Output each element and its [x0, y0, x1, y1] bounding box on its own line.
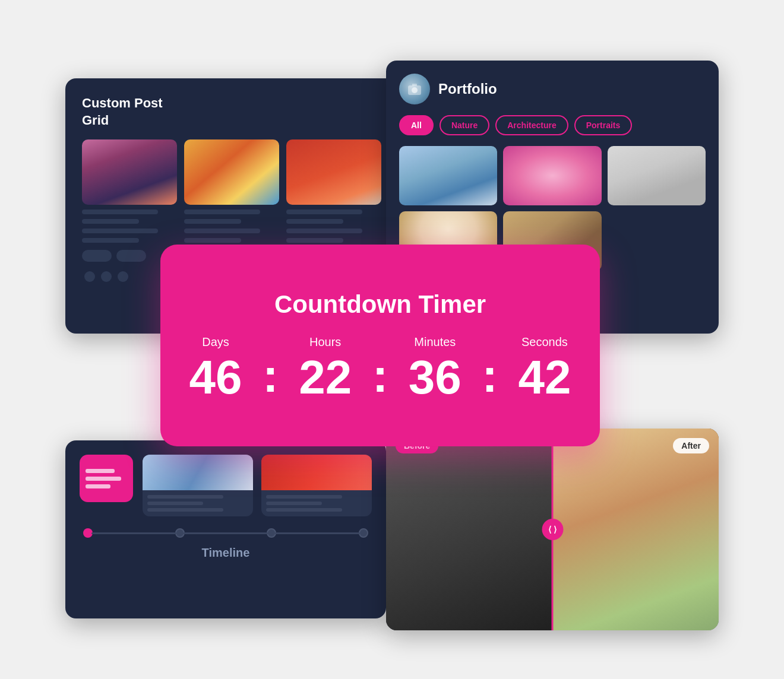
track-dot-inactive [359, 528, 368, 538]
skeleton [82, 229, 158, 233]
skeleton [82, 238, 139, 243]
seconds-label: Seconds [521, 335, 568, 349]
skeleton-btn [82, 250, 112, 262]
timeline-card: Timeline [65, 440, 386, 618]
filter-architecture[interactable]: Architecture [495, 115, 568, 135]
camera-icon [406, 81, 423, 97]
skeleton [286, 229, 362, 233]
windows-img [552, 429, 719, 630]
skeleton [184, 229, 260, 233]
portfolio-title: Portfolio [438, 81, 497, 97]
before-after-card: Before After ⟨ ⟩ [386, 429, 719, 630]
grid-item-1 [82, 139, 177, 262]
countdown-seconds: Seconds 42 [500, 335, 589, 401]
portfolio-filters: All Nature Architecture Portraits [399, 115, 706, 135]
separator-3: : [479, 352, 500, 399]
after-label: After [673, 438, 709, 453]
timeline-content [80, 455, 372, 516]
skeleton [184, 219, 241, 224]
days-value: 46 [189, 354, 242, 401]
skeleton [286, 210, 362, 214]
footer-dot [118, 271, 128, 282]
portfolio-img-tower [399, 146, 497, 205]
ba-divider: ⟨ ⟩ [552, 429, 554, 630]
days-label: Days [202, 335, 229, 349]
bubble-line [86, 477, 121, 481]
countdown-title: Countdown Timer [274, 290, 486, 319]
post-grid-items [82, 139, 381, 262]
item-lines [143, 490, 253, 516]
grid-item-2 [184, 139, 279, 262]
skeleton [82, 210, 158, 214]
bubble-line [86, 469, 115, 473]
timeline-track [80, 528, 372, 538]
countdown-days: Days 46 [171, 335, 260, 401]
bubble-line [86, 484, 110, 488]
sneakers-img [143, 455, 253, 490]
red-shoe-img [261, 455, 372, 490]
portfolio-img-arch [608, 146, 706, 205]
minutes-label: Minutes [414, 335, 456, 349]
grid-img-buildings [184, 139, 279, 205]
hours-label: Hours [309, 335, 341, 349]
svg-point-1 [412, 87, 418, 93]
filter-portraits[interactable]: Portraits [574, 115, 633, 135]
ba-before-panel: Before [386, 429, 552, 630]
countdown-hours: Hours 22 [281, 335, 370, 401]
ba-container: Before After ⟨ ⟩ [386, 429, 719, 630]
ba-handle[interactable]: ⟨ ⟩ [542, 519, 563, 540]
svg-rect-2 [412, 84, 417, 86]
timeline-item-sneakers [143, 455, 253, 516]
grid-img-bridge [82, 139, 177, 205]
main-scene: Custom Post Grid [65, 43, 719, 636]
track-line [91, 532, 176, 534]
timeline-label: Timeline [80, 546, 372, 560]
skeleton [286, 219, 343, 224]
skeleton [184, 238, 241, 243]
minutes-value: 36 [409, 354, 461, 401]
footer-dot [84, 271, 95, 282]
countdown-minutes: Minutes 36 [390, 335, 479, 401]
track-line [184, 532, 268, 534]
footer-dot [101, 271, 112, 282]
post-grid-title: Custom Post Grid [82, 95, 165, 129]
timeline-item-red-shoe [261, 455, 372, 516]
track-line [275, 532, 360, 534]
separator-2: : [370, 352, 391, 399]
item-lines [261, 490, 372, 516]
skeleton [184, 210, 260, 214]
skeleton [82, 219, 139, 224]
separator-1: : [260, 352, 281, 399]
ba-after-panel: After [552, 429, 719, 630]
skeleton-btn [116, 250, 146, 262]
timeline-items-row [143, 455, 372, 516]
message-bubble [80, 455, 133, 502]
filter-nature[interactable]: Nature [440, 115, 489, 135]
countdown-card: Countdown Timer Days 46 : Hours 22 : Min… [160, 245, 600, 446]
hours-value: 22 [299, 354, 352, 401]
fireplace-img [386, 429, 552, 630]
filter-all[interactable]: All [399, 115, 434, 135]
avatar [399, 74, 430, 104]
countdown-units: Days 46 : Hours 22 : Minutes 36 : Second… [171, 335, 589, 401]
grid-item-3 [286, 139, 381, 262]
portfolio-img-flower [503, 146, 601, 205]
skeleton [286, 238, 343, 243]
portfolio-header: Portfolio [399, 74, 706, 104]
seconds-value: 42 [518, 354, 571, 401]
grid-img-red-structure [286, 139, 381, 205]
